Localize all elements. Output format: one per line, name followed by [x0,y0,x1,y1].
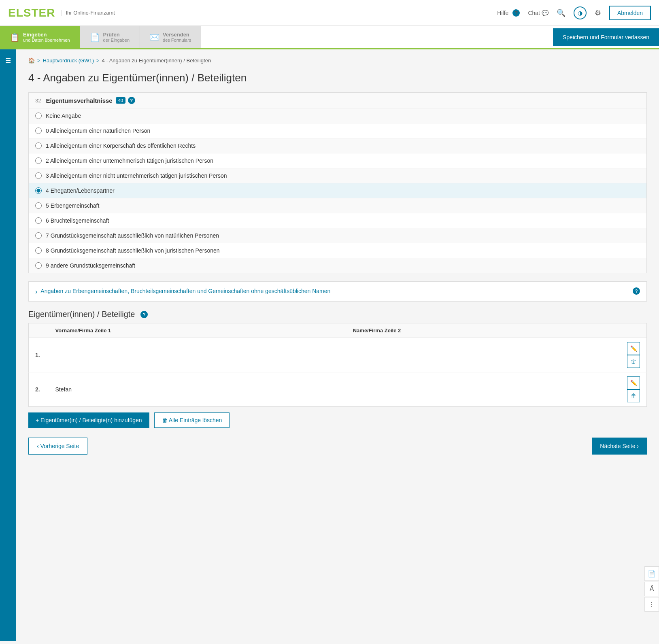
radio-option-4: 4 Ehegatten/Lebenspartner [29,183,646,198]
row2-edit-button[interactable]: ✏️ [627,376,640,389]
row1-col1 [49,338,347,372]
radio-label-keine: Keine Angabe [46,113,81,119]
step-pruefen[interactable]: 📄 Prüfen der Eingaben [80,26,140,48]
col-vorname-header: Vorname/Firma Zeile 1 [49,323,347,338]
expandable-section[interactable]: › Angaben zu Erbengemeinschaften, Brucht… [28,281,647,302]
col-num-header [29,323,49,338]
step-nav-left: 📋 Eingeben und Daten übernehmen 📄 Prüfen… [0,26,201,48]
radio-label-4: 4 Ehegatten/Lebenspartner [46,187,115,194]
radio-option-7: 7 Grundstücksgemeinschaft ausschließlich… [29,228,646,243]
pruefen-sub: der Eingaben [103,38,130,43]
radio-label-2: 2 Alleineigentum einer unternehmerisch t… [46,157,213,164]
header: ELSTER Ihr Online-Finanzamt Hilfe ? Chat… [0,0,659,26]
right-icon-document[interactable]: 📄 [644,566,659,581]
radio-option-5: 5 Erbengemeinschaft [29,198,646,213]
owners-section-title: Eigentümer(innen) / Beteiligte ? [28,310,647,319]
right-icon-text[interactable]: Ä [644,582,659,596]
row2-num: 2. [35,386,40,393]
home-icon[interactable]: 🏠 [28,57,35,64]
menu-icon[interactable]: ☰ [2,54,14,66]
expand-arrow-icon: › [35,288,37,295]
settings-icon[interactable]: ⚙ [595,9,601,17]
row1-col2 [347,338,610,372]
field-number: 32 [35,98,41,104]
sidebar-toggle: ☰ [0,49,16,641]
nav-buttons: ‹ Vorherige Seite Nächste Seite › [28,438,647,455]
radio-8[interactable] [35,247,42,254]
radio-2[interactable] [35,157,42,164]
radio-label-8: 8 Grundstücksgemeinschaft ausschließlich… [46,247,220,254]
owners-table: Vorname/Firma Zeile 1 Name/Firma Zeile 2… [28,323,647,407]
radio-5[interactable] [35,202,42,209]
radio-option-8: 8 Grundstücksgemeinschaft ausschließlich… [29,243,646,258]
search-icon[interactable]: 🔍 [557,9,565,17]
right-icon-more[interactable]: ⋮ [644,597,659,612]
logo-area: ELSTER Ihr Online-Finanzamt [8,6,115,19]
row1-edit-button[interactable]: ✏️ [627,342,640,355]
clear-all-button[interactable]: 🗑 Alle Einträge löschen [154,412,230,428]
prev-page-button[interactable]: ‹ Vorherige Seite [28,438,87,455]
versenden-label: Versenden [163,32,191,38]
hilfe-icon[interactable]: ? [512,9,520,17]
save-leave-button[interactable]: Speichern und Formular verlassen [553,28,659,46]
page-title: 4 - Angaben zu Eigentümer(innen) / Betei… [28,72,647,84]
radio-1[interactable] [35,142,42,149]
row2-delete-button[interactable]: 🗑 [627,389,640,402]
radio-4[interactable] [35,187,42,194]
breadcrumb-parent[interactable]: Hauptvordruck (GW1) [43,57,94,64]
expand-help-icon[interactable]: ? [633,287,640,295]
radio-option-6: 6 Bruchteilsgemeinschaft [29,213,646,228]
table-row: 1. ✏️ 🗑 [29,338,647,372]
radio-6[interactable] [35,217,42,224]
main-content: 🏠 > Hauptvordruck (GW1) > 4 - Angaben zu… [16,49,659,641]
radio-label-9: 9 andere Grundstücksgemeinschaft [46,262,135,269]
step-nav: 📋 Eingeben und Daten übernehmen 📄 Prüfen… [0,26,659,49]
pruefen-label: Prüfen [103,32,130,38]
radio-option-keine: Keine Angabe [29,108,646,123]
step-eingeben[interactable]: 📋 Eingeben und Daten übernehmen [0,26,80,48]
radio-option-2: 2 Alleineigentum einer unternehmerisch t… [29,153,646,168]
section-help-icon[interactable]: ? [128,97,135,104]
row2-col2 [347,372,610,407]
radio-0[interactable] [35,128,42,134]
chat-link[interactable]: Chat 💬 [528,10,548,16]
radio-7[interactable] [35,232,42,239]
radio-9[interactable] [35,262,42,269]
step-versenden[interactable]: ✉️ Versenden des Formulars [140,26,201,48]
radio-keine[interactable] [35,113,42,119]
table-header-row: Vorname/Firma Zeile 1 Name/Firma Zeile 2 [29,323,647,338]
breadcrumb-current: 4 - Angaben zu Eigentümer(innen) / Betei… [102,57,211,64]
col-actions-header [610,323,647,338]
eingeben-icon: 📋 [10,32,20,42]
header-nav: Hilfe ? Chat 💬 🔍 ◑ ⚙ Abmelden [497,6,651,20]
breadcrumb: 🏠 > Hauptvordruck (GW1) > 4 - Angaben zu… [28,57,647,64]
elster-logo: ELSTER [8,6,55,19]
radio-option-9: 9 andere Grundstücksgemeinschaft [29,258,646,273]
hilfe-link[interactable]: Hilfe ? [497,9,520,17]
logo-subtitle: Ihr Online-Finanzamt [61,10,115,16]
expand-content: › Angaben zu Erbengemeinschaften, Brucht… [35,287,330,295]
contrast-toggle[interactable]: ◑ [574,6,587,19]
table-actions: + Eigentümer(in) / Beteiligte(n) hinzufü… [28,412,647,428]
next-page-button[interactable]: Nächste Seite › [592,438,647,455]
pruefen-icon: 📄 [90,32,100,42]
col-name-header: Name/Firma Zeile 2 [347,323,610,338]
radio-label-6: 6 Bruchteilsgemeinschaft [46,217,109,224]
owners-help-icon[interactable]: ? [140,311,148,318]
eingeben-label: Eingeben [23,32,70,38]
abmelden-button[interactable]: Abmelden [609,6,651,20]
radio-option-0: 0 Alleineigentum einer natürlichen Perso… [29,123,646,138]
row1-delete-button[interactable]: 🗑 [627,355,640,368]
eingeben-sub: und Daten übernehmen [23,38,70,43]
radio-3[interactable] [35,172,42,179]
radio-label-1: 1 Alleineigentum einer Körperschaft des … [46,142,196,149]
eigentumsverhaeltnisse-card: 32 Eigentumsverhältnisse 40 ? Keine Anga… [28,92,647,273]
radio-label-3: 3 Alleineigentum einer nicht unternehmer… [46,172,227,179]
radio-label-7: 7 Grundstücksgemeinschaft ausschließlich… [46,232,219,239]
section-header: 32 Eigentumsverhältnisse 40 ? [29,93,646,108]
add-owner-button[interactable]: + Eigentümer(in) / Beteiligte(n) hinzufü… [28,412,149,428]
versenden-icon: ✉️ [149,32,159,42]
radio-label-5: 5 Erbengemeinschaft [46,202,99,209]
row1-num: 1. [35,352,40,358]
breadcrumb-sep2: > [96,57,100,64]
